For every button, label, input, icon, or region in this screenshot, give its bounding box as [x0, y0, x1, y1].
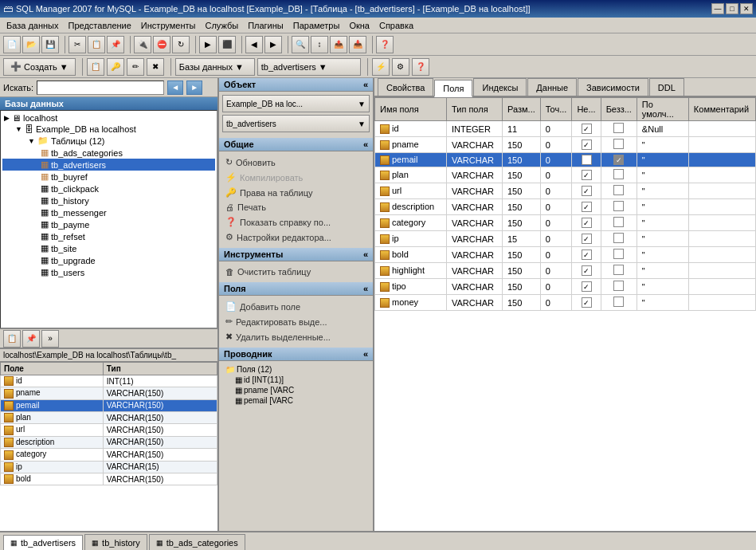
- tb2-btn1[interactable]: 📋: [87, 58, 104, 76]
- left-ctrl-expand[interactable]: »: [41, 330, 59, 348]
- fields-collapse-icon[interactable]: «: [363, 284, 368, 293]
- tb-new[interactable]: 📄: [3, 36, 21, 53]
- tab-indexes[interactable]: Индексы: [473, 78, 527, 96]
- left-ctrl-btn1[interactable]: 📋: [3, 330, 21, 348]
- tree-tb-messenger[interactable]: ▦ tb_messenger: [2, 206, 215, 218]
- action-print[interactable]: 🖨 Печать: [222, 200, 370, 214]
- menu-params[interactable]: Параметры: [288, 19, 345, 32]
- list-item[interactable]: pnameVARCHAR(150): [1, 387, 217, 399]
- table-row[interactable]: highlight VARCHAR 150 0 ✓ ": [375, 263, 756, 279]
- tb-disconnect[interactable]: ⛔: [153, 36, 170, 53]
- tb2-btn4[interactable]: ✖: [147, 58, 164, 76]
- menu-tools[interactable]: Инструменты: [136, 19, 201, 32]
- db-dropdown[interactable]: Базы данных ▼: [175, 58, 255, 76]
- table-row[interactable]: pemail VARCHAR 150 0 ✓ ✓ ": [375, 153, 756, 167]
- left-ctrl-btn2[interactable]: 📌: [22, 330, 40, 348]
- table-row[interactable]: category VARCHAR 150 0 ✓ ": [375, 215, 756, 231]
- tb2-nav3[interactable]: ❓: [412, 58, 429, 76]
- action-delete-field[interactable]: ✖ Удалить выделенные...: [222, 329, 370, 344]
- table-row[interactable]: bold VARCHAR 150 0 ✓ ": [375, 247, 756, 263]
- db-selector-dropdown[interactable]: Example_DB на loc... ▼: [222, 95, 370, 112]
- menu-services[interactable]: Службы: [200, 19, 243, 32]
- minimize-button[interactable]: —: [711, 3, 724, 14]
- tb-stop[interactable]: ⬛: [218, 36, 236, 53]
- table-dropdown[interactable]: tb_advertisers ▼: [257, 58, 361, 76]
- list-item[interactable]: categoryVARCHAR(150): [1, 449, 217, 461]
- table-row[interactable]: tipo VARCHAR 150 0 ✓ ": [375, 279, 756, 295]
- table-row[interactable]: id INTEGER 11 0 ✓ &Null: [375, 121, 756, 137]
- action-rights[interactable]: 🔑 Права на таблицу: [222, 185, 370, 200]
- table-row[interactable]: url VARCHAR 150 0 ✓ ": [375, 183, 756, 199]
- search-next-button[interactable]: ►: [186, 81, 202, 95]
- list-item[interactable]: boldVARCHAR(150): [1, 473, 217, 485]
- tb-refresh[interactable]: ↻: [172, 36, 190, 53]
- menu-plugins[interactable]: Плагины: [243, 19, 288, 32]
- action-clear-table[interactable]: 🗑 Очистить таблицу: [222, 265, 370, 279]
- tb-cut[interactable]: ✂: [69, 36, 86, 53]
- tb-copy[interactable]: 📋: [88, 36, 105, 53]
- tab-properties[interactable]: Свойства: [378, 78, 433, 96]
- tree-tb-buyref[interactable]: ▦ tb_buyref: [2, 171, 215, 183]
- action-edit-field[interactable]: ✏ Редактировать выде...: [222, 314, 370, 329]
- tb-paste[interactable]: 📌: [107, 36, 124, 53]
- tb2-nav2[interactable]: ⚙: [392, 58, 409, 76]
- tb-connect[interactable]: 🔌: [134, 36, 151, 53]
- tb2-nav1[interactable]: ⚡: [372, 58, 390, 76]
- explorer-tree-pemail[interactable]: ▦ pemail [VARC: [222, 395, 370, 406]
- table-row[interactable]: ip VARCHAR 15 0 ✓ ": [375, 231, 756, 247]
- tb-forward[interactable]: ▶: [264, 36, 282, 53]
- tree-tables-group[interactable]: ▼ 📁 Таблицы (12): [2, 135, 215, 147]
- tab-tb-advertisers[interactable]: ▦ tb_advertisers: [3, 535, 83, 550]
- explorer-tree-id[interactable]: ▦ id [INT(11)]: [222, 375, 370, 385]
- tab-tb-history[interactable]: ▦ tb_history: [84, 534, 147, 550]
- action-help-show[interactable]: ❓ Показать справку по...: [222, 214, 370, 230]
- object-collapse-icon[interactable]: «: [363, 80, 368, 89]
- tb-back[interactable]: ◀: [245, 36, 263, 53]
- tab-fields[interactable]: Поля: [434, 80, 472, 97]
- tb-export[interactable]: 📤: [330, 36, 347, 53]
- table-selector-dropdown[interactable]: tb_advertisers ▼: [222, 115, 370, 132]
- tree-tb-users[interactable]: ▦ tb_users: [2, 266, 215, 278]
- close-button[interactable]: ✕: [740, 3, 753, 14]
- action-add-field[interactable]: 📄 Добавить поле: [222, 299, 370, 314]
- list-item[interactable]: urlVARCHAR(150): [1, 424, 217, 436]
- menu-database[interactable]: База данных: [2, 19, 64, 32]
- table-row[interactable]: pname VARCHAR 150 0 ✓ ": [375, 137, 756, 153]
- tree-tb-clickpack[interactable]: ▦ tb_clickpack: [2, 183, 215, 194]
- tb-run[interactable]: ▶: [199, 36, 217, 53]
- search-input[interactable]: [37, 81, 164, 95]
- tree-tb-site[interactable]: ▦ tb_site: [2, 242, 215, 254]
- menu-view[interactable]: Представление: [64, 19, 136, 32]
- list-item[interactable]: idINT(11): [1, 375, 217, 387]
- list-item[interactable]: planVARCHAR(150): [1, 412, 217, 424]
- tree-tb-ads-categories[interactable]: ▦ tb_ads_categories: [2, 147, 215, 159]
- tab-ddl[interactable]: DDL: [649, 78, 684, 96]
- tb2-btn3[interactable]: ✏: [127, 58, 144, 76]
- create-button[interactable]: ➕ Создать ▼: [3, 58, 76, 76]
- list-item[interactable]: ipVARCHAR(15): [1, 461, 217, 473]
- tb-sort[interactable]: ↕: [311, 36, 328, 53]
- table-row[interactable]: plan VARCHAR 150 0 ✓ ": [375, 167, 756, 183]
- tb-open[interactable]: 📂: [22, 36, 40, 53]
- explorer-tree-root[interactable]: 📁 Поля (12): [222, 364, 370, 375]
- general-collapse-icon[interactable]: «: [363, 139, 368, 149]
- table-row[interactable]: description VARCHAR 150 0 ✓ ": [375, 199, 756, 215]
- list-item[interactable]: pemailVARCHAR(150): [1, 399, 217, 411]
- menu-windows[interactable]: Окна: [344, 19, 374, 32]
- tb-import[interactable]: 📥: [349, 36, 366, 53]
- tb-help2[interactable]: ❓: [376, 36, 394, 53]
- list-item[interactable]: descriptionVARCHAR(150): [1, 436, 217, 448]
- action-editor-settings[interactable]: ⚙ Настройки редактора...: [222, 230, 370, 245]
- explorer-tree-pname[interactable]: ▦ pname [VARC: [222, 385, 370, 395]
- tb-save[interactable]: 💾: [41, 36, 59, 53]
- explorer-collapse-icon[interactable]: «: [363, 349, 368, 359]
- tree-example-db[interactable]: ▼ 🗄 Example_DB на localhost: [2, 124, 215, 135]
- tree-tb-advertisers[interactable]: ▦ tb_advertisers: [2, 159, 215, 171]
- tree-tb-history[interactable]: ▦ tb_history: [2, 194, 215, 206]
- tb-filter[interactable]: 🔍: [292, 36, 309, 53]
- tree-tb-upgrade[interactable]: ▦ tb_upgrade: [2, 254, 215, 266]
- action-compile[interactable]: ⚡ Компилировать: [222, 170, 370, 185]
- tools-collapse-icon[interactable]: «: [363, 249, 368, 259]
- tree-localhost[interactable]: ▶ 🖥 localhost: [2, 112, 215, 124]
- maximize-button[interactable]: □: [726, 3, 738, 14]
